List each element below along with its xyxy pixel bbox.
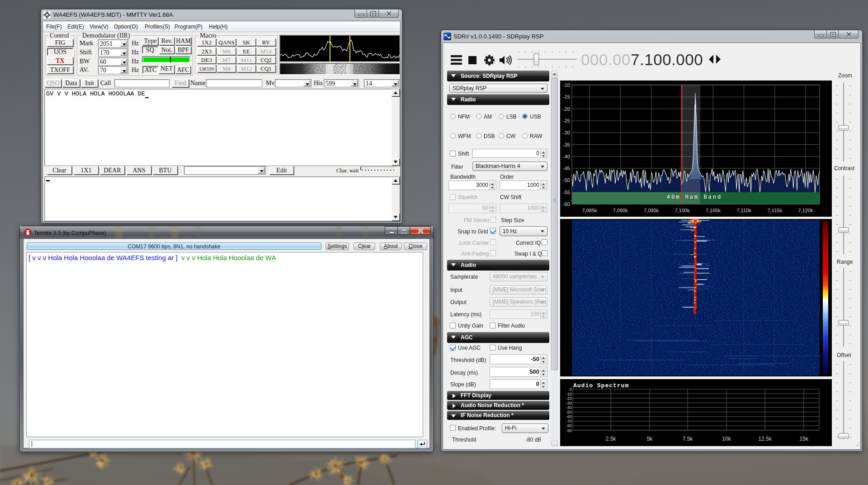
svg-text:-30: -30 <box>566 401 572 405</box>
svg-text:-15: -15 <box>563 94 570 100</box>
svg-text:15k: 15k <box>799 436 808 442</box>
svg-text:-10: -10 <box>563 82 570 88</box>
svg-text:-70: -70 <box>566 419 572 423</box>
svg-text:7,105k: 7,105k <box>706 208 721 213</box>
svg-text:-30: -30 <box>563 130 570 135</box>
svg-text:7,090k: 7,090k <box>613 208 628 213</box>
svg-text:-60: -60 <box>566 414 572 419</box>
svg-text:0: 0 <box>570 387 572 392</box>
svg-text:-20: -20 <box>563 106 570 112</box>
svg-text:5k: 5k <box>647 436 653 442</box>
svg-text:7,085k: 7,085k <box>582 208 597 213</box>
svg-text:-25: -25 <box>563 118 570 124</box>
svg-text:-55: -55 <box>563 190 570 195</box>
svg-text:-50: -50 <box>566 410 572 414</box>
svg-text:7.5k: 7.5k <box>683 436 693 442</box>
svg-text:-45: -45 <box>563 166 570 171</box>
svg-text:7,100k: 7,100k <box>675 208 690 213</box>
svg-text:7,115k: 7,115k <box>768 208 783 213</box>
svg-text:Audio Spectrum: Audio Spectrum <box>573 382 629 389</box>
svg-text:-80: -80 <box>566 423 572 428</box>
svg-text:10k: 10k <box>722 436 731 442</box>
svg-text:-40: -40 <box>563 154 570 159</box>
svg-text:7,120k: 7,120k <box>798 208 814 213</box>
svg-text:7,110k: 7,110k <box>736 208 751 213</box>
svg-text:-40: -40 <box>566 405 572 410</box>
svg-text:-20: -20 <box>566 396 572 401</box>
svg-text:-35: -35 <box>563 142 570 147</box>
svg-text:-50: -50 <box>563 177 570 183</box>
svg-text:-90: -90 <box>566 428 572 433</box>
svg-text:-10: -10 <box>566 392 572 396</box>
svg-text:7,095k: 7,095k <box>644 208 659 213</box>
svg-text:2.5k: 2.5k <box>606 436 617 442</box>
svg-text:12.5k: 12.5k <box>758 436 772 442</box>
svg-text:-60: -60 <box>563 201 570 207</box>
